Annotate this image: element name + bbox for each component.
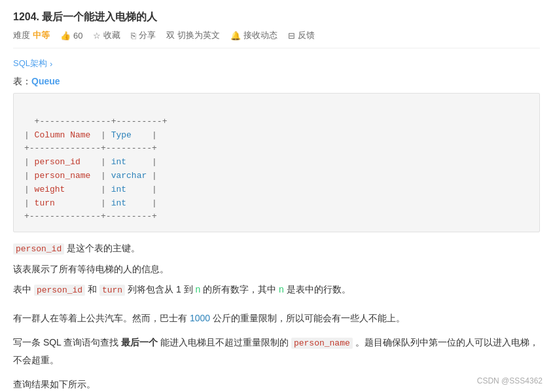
breadcrumb-link[interactable]: SQL架构 (13, 58, 47, 69)
person-name-ref: person_name (291, 338, 353, 349)
switch-label: 切换为英文 (177, 29, 220, 41)
breadcrumb[interactable]: SQL架构 › (13, 58, 540, 69)
likes-count: 60 (73, 31, 82, 41)
collect-label: 收藏 (103, 29, 120, 41)
weight-limit: 1000 (190, 313, 210, 323)
difficulty-item: 难度 中等 (13, 29, 50, 41)
table-name: Queue (31, 76, 60, 86)
person-id-ref2: person_id (34, 285, 85, 296)
problem-para1: 有一群人在等着上公共汽车。然而，巴士有 1000 公斤的重量限制，所以可能会有一… (13, 310, 540, 327)
key-word-last: 最后一个 (121, 337, 158, 347)
notify-label: 接收动态 (243, 29, 277, 41)
share-label: 分享 (139, 29, 156, 41)
feedback-label: 反馈 (298, 29, 315, 41)
schema-box: +--------------+---------+ | Column Name… (13, 93, 540, 232)
description-3: 表中 person_id 和 turn 列将包含从 1 到 n 的所有数字，其中… (13, 281, 540, 298)
meta-bar: 难度 中等 👍 60 ☆ 收藏 ⎘ 分享 双 切换为英文 🔔 接收动态 ⊟ 反馈 (13, 29, 540, 48)
likes-icon: 👍 (60, 31, 71, 41)
problem-para2: 写一条 SQL 查询语句查找 最后一个 能进入电梯且不超过重量限制的 perso… (13, 334, 540, 369)
problem-section: 有一群人在等着上公共汽车。然而，巴士有 1000 公斤的重量限制，所以可能会有一… (13, 310, 540, 392)
notify-icon: 🔔 (230, 31, 241, 41)
n-ref: n (195, 284, 200, 294)
breadcrumb-arrow: › (50, 59, 52, 69)
table-label: 表：Queue (13, 76, 540, 88)
description-2: 该表展示了所有等待电梯的人的信息。 (13, 261, 540, 277)
watermark: CSDN @SSS4362 (477, 376, 543, 385)
feedback-item[interactable]: ⊟ 反馈 (288, 29, 315, 41)
turn-ref: turn (99, 285, 125, 296)
n-ref2: n (279, 284, 284, 294)
likes-item[interactable]: 👍 60 (60, 31, 82, 41)
difficulty-label: 难度 (13, 29, 30, 41)
share-icon: ⎘ (131, 31, 136, 41)
collect-item[interactable]: ☆ 收藏 (93, 29, 120, 41)
person-id-ref: person_id (13, 243, 64, 255)
difficulty-value: 中等 (33, 29, 50, 41)
feedback-icon: ⊟ (288, 31, 295, 41)
share-item[interactable]: ⎘ 分享 (131, 29, 156, 41)
description-1: person_id 是这个表的主键。 (13, 240, 540, 257)
switch-icon: 双 (166, 29, 175, 41)
page-title: 1204. 最后一个能进入电梯的人 (13, 10, 540, 24)
switch-item[interactable]: 双 切换为英文 (166, 29, 220, 41)
schema-line-1: +--------------+---------+ | Column Name… (24, 116, 167, 222)
collect-icon: ☆ (93, 31, 101, 41)
problem-para3: 查询结果如下所示。 (13, 376, 540, 392)
notify-item[interactable]: 🔔 接收动态 (230, 29, 277, 41)
